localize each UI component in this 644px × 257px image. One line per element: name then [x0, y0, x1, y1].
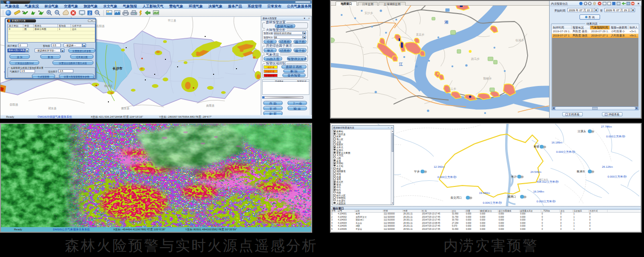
svg-text:泉交河口: 泉交河口: [450, 196, 462, 200]
svg-text:0.000立方米/秒: 0.000立方米/秒: [608, 175, 627, 178]
svg-text:湘潭口: 湘潭口: [508, 195, 516, 199]
svg-text:0.000立方米/秒: 0.000立方米/秒: [556, 150, 575, 154]
svg-text:12.360m: 12.360m: [434, 165, 444, 168]
svg-text:%: %: [96, 11, 98, 14]
svg-text:0.006立方米/秒: 0.006立方米/秒: [483, 201, 502, 205]
svg-text:2: 2: [89, 11, 91, 15]
svg-text:26.126m: 26.126m: [602, 165, 613, 168]
svg-text:0.000立方米/秒: 0.000立方米/秒: [437, 175, 457, 179]
svg-text:岳阳县: 岳阳县: [96, 25, 105, 28]
svg-text:长沙市: 长沙市: [112, 66, 122, 71]
svg-text:0.000立方米/秒: 0.000立方米/秒: [606, 135, 625, 138]
svg-text:江: 江: [399, 62, 403, 66]
svg-text:0.000立方米/秒: 0.000立方米/秒: [537, 200, 556, 203]
svg-text:衡东县: 衡东县: [121, 107, 129, 110]
svg-text:桥驿: 桥驿: [533, 145, 539, 149]
svg-text:安沙乡: 安沙乡: [365, 11, 373, 14]
svg-text:19.460m: 19.460m: [479, 192, 490, 194]
svg-text:16.189m: 16.189m: [551, 141, 562, 144]
svg-text:祁东县: 祁东县: [48, 107, 57, 110]
svg-text:黄花乡: 黄花乡: [416, 33, 424, 36]
svg-text:株洲市: 株洲市: [576, 170, 585, 173]
svg-text:平江县: 平江县: [168, 19, 176, 22]
svg-text:炎陵县: 炎陵县: [206, 104, 215, 107]
svg-text:27.786m: 27.786m: [601, 125, 612, 128]
svg-text:暮云乡: 暮云乡: [448, 87, 456, 91]
svg-text:16.348m: 16.348m: [533, 190, 544, 193]
svg-text:湘: 湘: [444, 20, 448, 24]
svg-text:24.549m: 24.549m: [530, 171, 541, 173]
svg-text:颗梭乡: 颗梭乡: [483, 77, 492, 80]
svg-text:长沙: 长沙: [511, 175, 517, 178]
svg-text:跳马乡: 跳马乡: [471, 57, 479, 61]
svg-text:宁乡: 宁乡: [414, 170, 420, 173]
svg-text:邵阳县: 邵阳县: [9, 103, 18, 107]
svg-text:株洲县: 株洲县: [104, 85, 113, 87]
svg-text:湘江水位: 湘江水位: [539, 178, 548, 181]
svg-text:临浦乡: 临浦乡: [515, 39, 524, 42]
svg-text:注溪头: 注溪头: [578, 129, 586, 133]
